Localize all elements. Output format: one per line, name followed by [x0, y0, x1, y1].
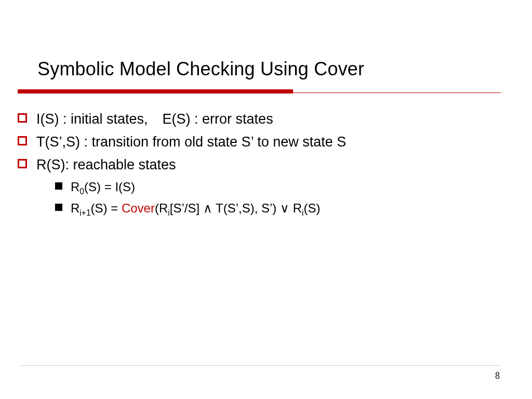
- filled-square-icon: [55, 204, 62, 211]
- filled-square-icon: [55, 182, 62, 190]
- highlight-cover: Cover: [122, 201, 155, 215]
- title-underline-thin: [18, 92, 501, 93]
- footer-rule: [20, 365, 501, 366]
- sub-bullet-item: Ri+1(S) = Cover(Ri[S’/S] ∧ T(S’,S), S’) …: [55, 199, 501, 218]
- hollow-square-icon: [18, 136, 27, 145]
- slide: Symbolic Model Checking Using Cover I(S)…: [0, 0, 532, 399]
- hollow-square-icon: [18, 113, 27, 123]
- text-segment: I(S) : initial states,: [36, 111, 148, 127]
- subscript: i: [168, 208, 169, 217]
- sub-bullet-item: R0(S) = I(S): [55, 178, 501, 196]
- text-segment: (S): [303, 201, 320, 215]
- bullet-text: R(S): reachable states: [36, 155, 176, 175]
- sub-bullet-text: R0(S) = I(S): [71, 178, 135, 196]
- text-segment: [S’/S] ∧ T(S’,S), S’) ∨ R: [170, 201, 302, 215]
- subscript: i+1: [79, 208, 90, 217]
- subscript: i: [302, 208, 303, 217]
- slide-body: I(S) : initial states,E(S) : error state…: [18, 107, 501, 220]
- bullet-item: T(S’,S) : transition from old state S’ t…: [18, 132, 501, 152]
- text-segment: (S) = I(S): [84, 180, 135, 194]
- slide-title: Symbolic Model Checking Using Cover: [37, 58, 364, 80]
- bullet-item: I(S) : initial states,E(S) : error state…: [18, 110, 501, 129]
- text-segment: E(S) : error states: [163, 111, 273, 127]
- page-number: 8: [495, 370, 500, 381]
- title-underline: [18, 89, 501, 95]
- bullet-item: R(S): reachable states: [18, 155, 501, 175]
- hollow-square-icon: [18, 159, 27, 168]
- text-segment: R: [71, 180, 79, 194]
- bullet-text: T(S’,S) : transition from old state S’ t…: [36, 132, 346, 152]
- text-segment: (S) =: [91, 201, 122, 215]
- bullet-text: I(S) : initial states,E(S) : error state…: [36, 110, 273, 129]
- text-segment: (R: [155, 201, 168, 215]
- sub-bullet-text: Ri+1(S) = Cover(Ri[S’/S] ∧ T(S’,S), S’) …: [71, 199, 320, 218]
- subscript: 0: [79, 187, 84, 196]
- text-segment: R: [71, 201, 79, 215]
